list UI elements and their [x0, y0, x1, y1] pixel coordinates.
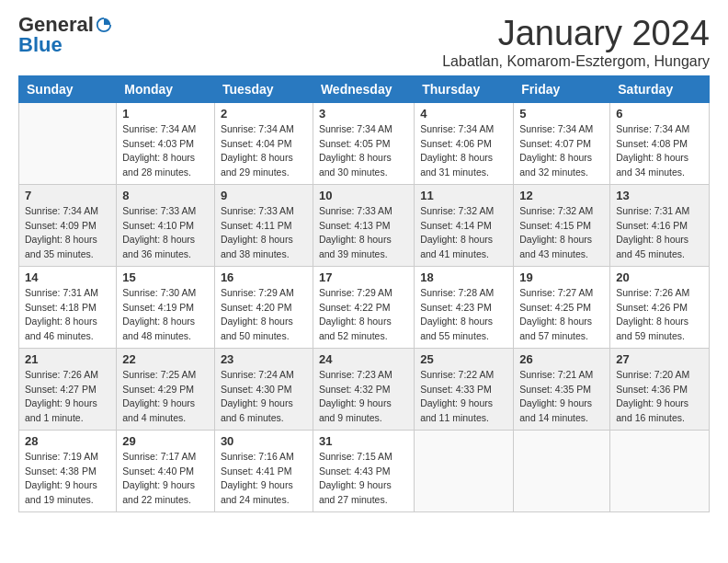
day-number: 21 — [25, 352, 110, 366]
day-info: Sunrise: 7:25 AM Sunset: 4:29 PM Dayligh… — [122, 368, 209, 426]
day-info: Sunrise: 7:29 AM Sunset: 4:20 PM Dayligh… — [221, 286, 307, 344]
day-info: Sunrise: 7:34 AM Sunset: 4:07 PM Dayligh… — [519, 122, 604, 180]
day-cell: 4Sunrise: 7:34 AM Sunset: 4:06 PM Daylig… — [415, 102, 514, 184]
day-number: 1 — [122, 107, 209, 121]
day-cell: 22Sunrise: 7:25 AM Sunset: 4:29 PM Dayli… — [117, 348, 215, 430]
day-number: 7 — [25, 189, 110, 202]
logo: General Blue — [18, 15, 112, 55]
day-number: 13 — [616, 189, 703, 202]
header-tuesday: Tuesday — [214, 75, 313, 102]
day-info: Sunrise: 7:26 AM Sunset: 4:26 PM Dayligh… — [616, 286, 703, 344]
day-number: 27 — [616, 352, 703, 366]
day-cell: 8Sunrise: 7:33 AM Sunset: 4:10 PM Daylig… — [117, 184, 215, 266]
day-number: 3 — [319, 107, 408, 121]
day-info: Sunrise: 7:16 AM Sunset: 4:41 PM Dayligh… — [221, 450, 307, 508]
day-cell: 14Sunrise: 7:31 AM Sunset: 4:18 PM Dayli… — [19, 266, 117, 348]
day-info: Sunrise: 7:23 AM Sunset: 4:32 PM Dayligh… — [319, 368, 408, 426]
day-info: Sunrise: 7:31 AM Sunset: 4:18 PM Dayligh… — [25, 286, 110, 344]
day-cell: 16Sunrise: 7:29 AM Sunset: 4:20 PM Dayli… — [214, 266, 313, 348]
logo-general-text: General — [18, 15, 94, 35]
day-cell: 26Sunrise: 7:21 AM Sunset: 4:35 PM Dayli… — [514, 348, 610, 430]
day-cell: 5Sunrise: 7:34 AM Sunset: 4:07 PM Daylig… — [514, 102, 610, 184]
week-row-5: 28Sunrise: 7:19 AM Sunset: 4:38 PM Dayli… — [19, 430, 710, 511]
day-number: 19 — [519, 270, 604, 284]
day-info: Sunrise: 7:34 AM Sunset: 4:03 PM Dayligh… — [122, 122, 209, 180]
month-title: January 2024 — [442, 15, 710, 53]
day-cell: 30Sunrise: 7:16 AM Sunset: 4:41 PM Dayli… — [214, 430, 313, 511]
week-row-3: 14Sunrise: 7:31 AM Sunset: 4:18 PM Dayli… — [19, 266, 710, 348]
day-info: Sunrise: 7:29 AM Sunset: 4:22 PM Dayligh… — [319, 286, 408, 344]
day-number: 12 — [519, 189, 604, 202]
day-number: 9 — [221, 189, 307, 202]
header-friday: Friday — [514, 75, 610, 102]
day-cell: 21Sunrise: 7:26 AM Sunset: 4:27 PM Dayli… — [19, 348, 117, 430]
day-info: Sunrise: 7:26 AM Sunset: 4:27 PM Dayligh… — [25, 368, 110, 426]
day-cell: 3Sunrise: 7:34 AM Sunset: 4:05 PM Daylig… — [313, 102, 414, 184]
day-number: 20 — [616, 270, 703, 284]
day-number: 6 — [616, 107, 703, 121]
header-monday: Monday — [117, 75, 215, 102]
header-row: SundayMondayTuesdayWednesdayThursdayFrid… — [19, 75, 710, 102]
day-number: 23 — [221, 352, 307, 366]
day-info: Sunrise: 7:34 AM Sunset: 4:09 PM Dayligh… — [25, 204, 110, 262]
calendar-table: SundayMondayTuesdayWednesdayThursdayFrid… — [18, 75, 710, 512]
day-cell: 31Sunrise: 7:15 AM Sunset: 4:43 PM Dayli… — [313, 430, 414, 511]
day-info: Sunrise: 7:33 AM Sunset: 4:11 PM Dayligh… — [221, 204, 307, 262]
header-sunday: Sunday — [19, 75, 117, 102]
day-number: 15 — [122, 270, 209, 284]
day-number: 4 — [420, 107, 507, 121]
header-thursday: Thursday — [415, 75, 514, 102]
day-number: 11 — [420, 189, 507, 202]
day-info: Sunrise: 7:28 AM Sunset: 4:23 PM Dayligh… — [420, 286, 507, 344]
day-number: 22 — [122, 352, 209, 366]
day-cell: 28Sunrise: 7:19 AM Sunset: 4:38 PM Dayli… — [19, 430, 117, 511]
day-cell: 25Sunrise: 7:22 AM Sunset: 4:33 PM Dayli… — [415, 348, 514, 430]
day-cell — [19, 102, 117, 184]
day-cell: 20Sunrise: 7:26 AM Sunset: 4:26 PM Dayli… — [610, 266, 710, 348]
day-info: Sunrise: 7:30 AM Sunset: 4:19 PM Dayligh… — [122, 286, 209, 344]
day-number: 16 — [221, 270, 307, 284]
day-info: Sunrise: 7:34 AM Sunset: 4:04 PM Dayligh… — [221, 122, 307, 180]
day-cell — [514, 430, 610, 511]
week-row-2: 7Sunrise: 7:34 AM Sunset: 4:09 PM Daylig… — [19, 184, 710, 266]
title-block: January 2024 Labatlan, Komarom-Esztergom… — [442, 15, 710, 70]
day-cell: 12Sunrise: 7:32 AM Sunset: 4:15 PM Dayli… — [514, 184, 610, 266]
day-info: Sunrise: 7:33 AM Sunset: 4:10 PM Dayligh… — [122, 204, 209, 262]
day-cell — [415, 430, 514, 511]
day-number: 31 — [319, 434, 408, 448]
day-info: Sunrise: 7:31 AM Sunset: 4:16 PM Dayligh… — [616, 204, 703, 262]
day-number: 8 — [122, 189, 209, 202]
logo-icon — [96, 17, 112, 33]
day-cell: 11Sunrise: 7:32 AM Sunset: 4:14 PM Dayli… — [415, 184, 514, 266]
day-info: Sunrise: 7:34 AM Sunset: 4:05 PM Dayligh… — [319, 122, 408, 180]
day-info: Sunrise: 7:15 AM Sunset: 4:43 PM Dayligh… — [319, 450, 408, 508]
day-info: Sunrise: 7:34 AM Sunset: 4:06 PM Dayligh… — [420, 122, 507, 180]
day-number: 17 — [319, 270, 408, 284]
day-cell: 19Sunrise: 7:27 AM Sunset: 4:25 PM Dayli… — [514, 266, 610, 348]
day-info: Sunrise: 7:17 AM Sunset: 4:40 PM Dayligh… — [122, 450, 209, 508]
day-cell: 24Sunrise: 7:23 AM Sunset: 4:32 PM Dayli… — [313, 348, 414, 430]
day-number: 14 — [25, 270, 110, 284]
day-info: Sunrise: 7:22 AM Sunset: 4:33 PM Dayligh… — [420, 368, 507, 426]
day-info: Sunrise: 7:24 AM Sunset: 4:30 PM Dayligh… — [221, 368, 307, 426]
day-cell: 9Sunrise: 7:33 AM Sunset: 4:11 PM Daylig… — [214, 184, 313, 266]
day-number: 10 — [319, 189, 408, 202]
day-info: Sunrise: 7:27 AM Sunset: 4:25 PM Dayligh… — [519, 286, 604, 344]
day-cell: 2Sunrise: 7:34 AM Sunset: 4:04 PM Daylig… — [214, 102, 313, 184]
week-row-4: 21Sunrise: 7:26 AM Sunset: 4:27 PM Dayli… — [19, 348, 710, 430]
day-cell: 6Sunrise: 7:34 AM Sunset: 4:08 PM Daylig… — [610, 102, 710, 184]
week-row-1: 1Sunrise: 7:34 AM Sunset: 4:03 PM Daylig… — [19, 102, 710, 184]
day-info: Sunrise: 7:34 AM Sunset: 4:08 PM Dayligh… — [616, 122, 703, 180]
day-number: 5 — [519, 107, 604, 121]
day-cell: 18Sunrise: 7:28 AM Sunset: 4:23 PM Dayli… — [415, 266, 514, 348]
day-number: 2 — [221, 107, 307, 121]
day-info: Sunrise: 7:19 AM Sunset: 4:38 PM Dayligh… — [25, 450, 110, 508]
day-number: 30 — [221, 434, 307, 448]
day-info: Sunrise: 7:21 AM Sunset: 4:35 PM Dayligh… — [519, 368, 604, 426]
day-cell: 7Sunrise: 7:34 AM Sunset: 4:09 PM Daylig… — [19, 184, 117, 266]
day-cell: 29Sunrise: 7:17 AM Sunset: 4:40 PM Dayli… — [117, 430, 215, 511]
day-number: 25 — [420, 352, 507, 366]
day-info: Sunrise: 7:32 AM Sunset: 4:15 PM Dayligh… — [519, 204, 604, 262]
day-cell: 27Sunrise: 7:20 AM Sunset: 4:36 PM Dayli… — [610, 348, 710, 430]
day-info: Sunrise: 7:20 AM Sunset: 4:36 PM Dayligh… — [616, 368, 703, 426]
